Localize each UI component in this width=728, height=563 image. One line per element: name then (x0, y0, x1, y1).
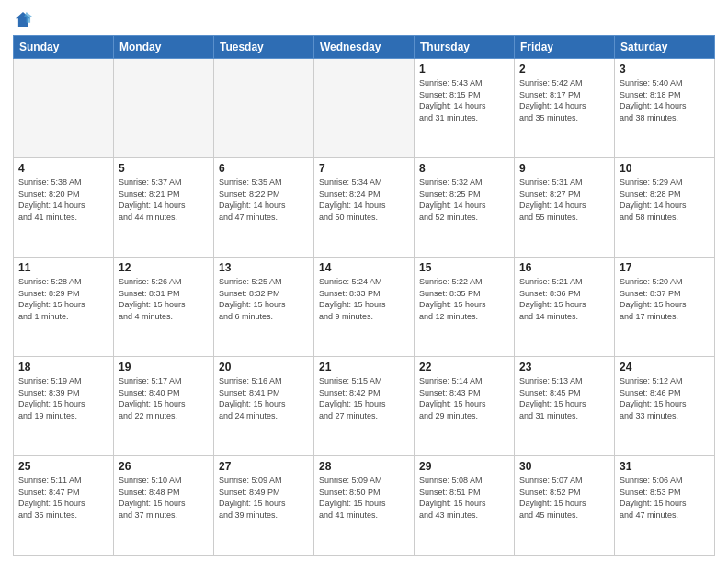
col-header-monday: Monday (114, 36, 214, 59)
day-number: 30 (519, 460, 609, 473)
calendar-cell: 30Sunrise: 5:07 AM Sunset: 8:52 PM Dayli… (515, 456, 615, 556)
day-info: Sunrise: 5:43 AM Sunset: 8:15 PM Dayligh… (419, 77, 509, 123)
day-info: Sunrise: 5:19 AM Sunset: 8:39 PM Dayligh… (18, 375, 108, 421)
day-info: Sunrise: 5:22 AM Sunset: 8:35 PM Dayligh… (419, 276, 509, 322)
day-info: Sunrise: 5:40 AM Sunset: 8:18 PM Dayligh… (620, 77, 710, 123)
col-header-sunday: Sunday (14, 36, 114, 59)
day-number: 21 (319, 361, 409, 373)
day-number: 1 (419, 63, 509, 75)
calendar-cell: 18Sunrise: 5:19 AM Sunset: 8:39 PM Dayli… (14, 357, 114, 456)
calendar-cell: 15Sunrise: 5:22 AM Sunset: 8:35 PM Dayli… (415, 258, 515, 357)
calendar-cell: 31Sunrise: 5:06 AM Sunset: 8:53 PM Dayli… (615, 456, 715, 556)
calendar-cell: 22Sunrise: 5:14 AM Sunset: 8:43 PM Dayli… (415, 357, 515, 456)
day-number: 18 (18, 361, 108, 373)
day-info: Sunrise: 5:24 AM Sunset: 8:33 PM Dayligh… (319, 276, 409, 322)
calendar-cell: 9Sunrise: 5:31 AM Sunset: 8:27 PM Daylig… (515, 158, 615, 258)
calendar-cell: 16Sunrise: 5:21 AM Sunset: 8:36 PM Dayli… (515, 258, 615, 357)
day-number: 19 (119, 361, 209, 373)
day-number: 25 (18, 460, 108, 473)
calendar-cell: 20Sunrise: 5:16 AM Sunset: 8:41 PM Dayli… (214, 357, 314, 456)
calendar-cell: 24Sunrise: 5:12 AM Sunset: 8:46 PM Dayli… (615, 357, 715, 456)
day-info: Sunrise: 5:11 AM Sunset: 8:47 PM Dayligh… (18, 475, 108, 521)
day-info: Sunrise: 5:31 AM Sunset: 8:27 PM Dayligh… (519, 177, 609, 223)
calendar-cell: 3Sunrise: 5:40 AM Sunset: 8:18 PM Daylig… (615, 59, 715, 158)
day-number: 5 (119, 162, 209, 175)
calendar-cell: 1Sunrise: 5:43 AM Sunset: 8:15 PM Daylig… (415, 59, 515, 158)
day-info: Sunrise: 5:15 AM Sunset: 8:42 PM Dayligh… (319, 375, 409, 421)
day-number: 12 (119, 261, 209, 274)
calendar-table: SundayMondayTuesdayWednesdayThursdayFrid… (13, 35, 715, 556)
day-number: 8 (419, 162, 509, 175)
day-info: Sunrise: 5:21 AM Sunset: 8:36 PM Dayligh… (519, 276, 609, 322)
day-info: Sunrise: 5:35 AM Sunset: 8:22 PM Dayligh… (219, 177, 309, 223)
day-number: 26 (119, 460, 209, 473)
day-number: 16 (519, 261, 609, 274)
calendar-cell: 10Sunrise: 5:29 AM Sunset: 8:28 PM Dayli… (615, 158, 715, 258)
calendar-cell: 14Sunrise: 5:24 AM Sunset: 8:33 PM Dayli… (314, 258, 415, 357)
logo-icon (13, 9, 33, 29)
day-number: 11 (18, 261, 108, 274)
day-info: Sunrise: 5:09 AM Sunset: 8:50 PM Dayligh… (319, 475, 409, 521)
day-info: Sunrise: 5:07 AM Sunset: 8:52 PM Dayligh… (519, 475, 609, 521)
day-info: Sunrise: 5:26 AM Sunset: 8:31 PM Dayligh… (119, 276, 209, 322)
week-row-1: 1Sunrise: 5:43 AM Sunset: 8:15 PM Daylig… (14, 59, 715, 158)
calendar-cell: 26Sunrise: 5:10 AM Sunset: 8:48 PM Dayli… (114, 456, 214, 556)
day-info: Sunrise: 5:08 AM Sunset: 8:51 PM Dayligh… (419, 475, 509, 521)
day-number: 10 (620, 162, 710, 175)
day-number: 20 (219, 361, 309, 373)
day-number: 27 (219, 460, 309, 473)
day-info: Sunrise: 5:25 AM Sunset: 8:32 PM Dayligh… (219, 276, 309, 322)
day-number: 7 (319, 162, 409, 175)
calendar-cell: 23Sunrise: 5:13 AM Sunset: 8:45 PM Dayli… (515, 357, 615, 456)
calendar-cell: 8Sunrise: 5:32 AM Sunset: 8:25 PM Daylig… (415, 158, 515, 258)
day-info: Sunrise: 5:29 AM Sunset: 8:28 PM Dayligh… (620, 177, 710, 223)
col-header-saturday: Saturday (615, 36, 715, 59)
day-info: Sunrise: 5:14 AM Sunset: 8:43 PM Dayligh… (419, 375, 509, 421)
day-info: Sunrise: 5:17 AM Sunset: 8:40 PM Dayligh… (119, 375, 209, 421)
week-row-2: 4Sunrise: 5:38 AM Sunset: 8:20 PM Daylig… (14, 158, 715, 258)
calendar-cell: 11Sunrise: 5:28 AM Sunset: 8:29 PM Dayli… (14, 258, 114, 357)
week-row-4: 18Sunrise: 5:19 AM Sunset: 8:39 PM Dayli… (14, 357, 715, 456)
col-header-friday: Friday (515, 36, 615, 59)
day-number: 22 (419, 361, 509, 373)
day-info: Sunrise: 5:37 AM Sunset: 8:21 PM Dayligh… (119, 177, 209, 223)
calendar-cell: 27Sunrise: 5:09 AM Sunset: 8:49 PM Dayli… (214, 456, 314, 556)
day-info: Sunrise: 5:32 AM Sunset: 8:25 PM Dayligh… (419, 177, 509, 223)
day-number: 9 (519, 162, 609, 175)
calendar-cell: 2Sunrise: 5:42 AM Sunset: 8:17 PM Daylig… (515, 59, 615, 158)
day-number: 2 (519, 63, 609, 75)
day-info: Sunrise: 5:16 AM Sunset: 8:41 PM Dayligh… (219, 375, 309, 421)
calendar-cell: 25Sunrise: 5:11 AM Sunset: 8:47 PM Dayli… (14, 456, 114, 556)
day-number: 13 (219, 261, 309, 274)
calendar-cell: 4Sunrise: 5:38 AM Sunset: 8:20 PM Daylig… (14, 158, 114, 258)
calendar-cell: 29Sunrise: 5:08 AM Sunset: 8:51 PM Dayli… (415, 456, 515, 556)
header-row: SundayMondayTuesdayWednesdayThursdayFrid… (14, 36, 715, 59)
calendar-cell: 21Sunrise: 5:15 AM Sunset: 8:42 PM Dayli… (314, 357, 415, 456)
day-info: Sunrise: 5:34 AM Sunset: 8:24 PM Dayligh… (319, 177, 409, 223)
calendar-cell: 7Sunrise: 5:34 AM Sunset: 8:24 PM Daylig… (314, 158, 415, 258)
col-header-thursday: Thursday (415, 36, 515, 59)
day-info: Sunrise: 5:09 AM Sunset: 8:49 PM Dayligh… (219, 475, 309, 521)
page: SundayMondayTuesdayWednesdayThursdayFrid… (0, 0, 728, 563)
calendar-body: 1Sunrise: 5:43 AM Sunset: 8:15 PM Daylig… (14, 59, 715, 556)
calendar-cell (114, 59, 214, 158)
day-number: 14 (319, 261, 409, 274)
calendar-cell (214, 59, 314, 158)
day-number: 23 (519, 361, 609, 373)
col-header-wednesday: Wednesday (314, 36, 415, 59)
calendar-cell: 13Sunrise: 5:25 AM Sunset: 8:32 PM Dayli… (214, 258, 314, 357)
day-number: 3 (620, 63, 710, 75)
calendar-cell: 19Sunrise: 5:17 AM Sunset: 8:40 PM Dayli… (114, 357, 214, 456)
calendar-cell: 12Sunrise: 5:26 AM Sunset: 8:31 PM Dayli… (114, 258, 214, 357)
col-header-tuesday: Tuesday (214, 36, 314, 59)
day-info: Sunrise: 5:10 AM Sunset: 8:48 PM Dayligh… (119, 475, 209, 521)
day-number: 15 (419, 261, 509, 274)
logo (13, 9, 37, 29)
calendar-cell: 17Sunrise: 5:20 AM Sunset: 8:37 PM Dayli… (615, 258, 715, 357)
day-info: Sunrise: 5:13 AM Sunset: 8:45 PM Dayligh… (519, 375, 609, 421)
day-number: 31 (620, 460, 710, 473)
calendar-cell (14, 59, 114, 158)
day-info: Sunrise: 5:20 AM Sunset: 8:37 PM Dayligh… (620, 276, 710, 322)
day-number: 28 (319, 460, 409, 473)
day-number: 24 (620, 361, 710, 373)
